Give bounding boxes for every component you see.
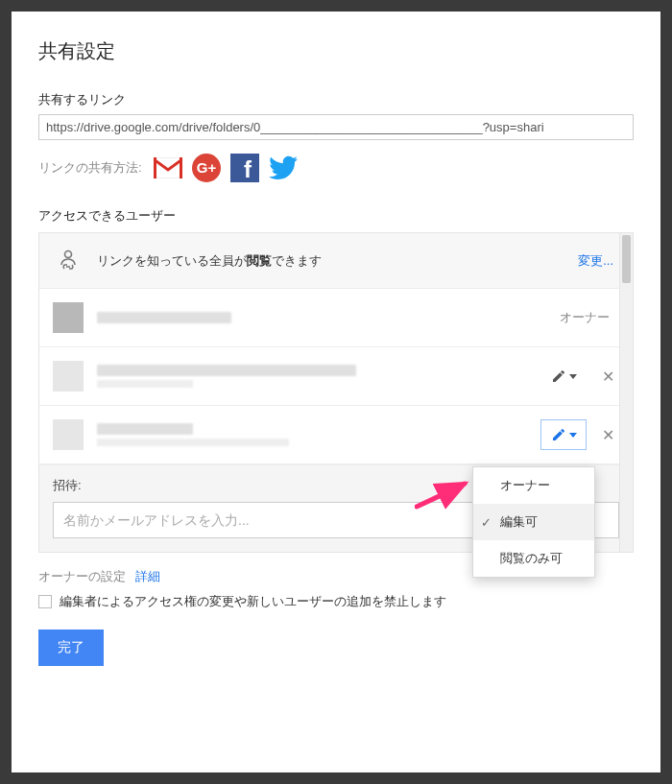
share-link-label: 共有するリンク xyxy=(38,91,634,108)
user-row-owner: オーナー xyxy=(39,289,633,347)
share-link-input[interactable] xyxy=(38,114,634,140)
check-icon: ✓ xyxy=(481,515,492,530)
user-info xyxy=(97,312,560,323)
user-email-redacted xyxy=(97,439,289,446)
dropdown-option-edit-label: 編集可 xyxy=(500,514,538,529)
remove-user-button[interactable]: ✕ xyxy=(596,365,619,388)
user-row-editor-2: ✕ xyxy=(39,406,633,464)
link-access-prefix: リンクを知っている全員が xyxy=(97,253,247,268)
permission-dropdown-button[interactable] xyxy=(540,361,587,392)
svg-rect-0 xyxy=(154,157,182,178)
user-row-editor-1: ✕ xyxy=(39,347,633,406)
share-method-label: リンクの共有方法: xyxy=(38,159,142,177)
pencil-icon xyxy=(551,427,566,442)
change-link-access-button[interactable]: 変更... xyxy=(578,252,613,270)
user-info xyxy=(97,365,540,388)
link-sharing-icon xyxy=(53,249,84,273)
dropdown-option-view[interactable]: 閲覧のみ可 xyxy=(473,540,594,577)
gmail-icon[interactable] xyxy=(154,154,182,182)
permission-dropdown-menu: オーナー ✓ 編集可 閲覧のみ可 xyxy=(472,466,595,578)
svg-text:f: f xyxy=(244,156,252,182)
scrollbar-track[interactable] xyxy=(619,233,633,552)
svg-rect-1 xyxy=(154,157,156,178)
svg-point-7 xyxy=(65,250,72,257)
owner-settings-more-link[interactable]: 詳細 xyxy=(135,569,160,583)
dialog-title: 共有設定 xyxy=(38,38,634,64)
link-access-bold: 閲覧 xyxy=(247,253,272,268)
link-access-text: リンクを知っている全員が閲覧できます xyxy=(97,252,578,270)
twitter-icon[interactable] xyxy=(269,154,298,182)
access-section: アクセスできるユーザー リンクを知っている全員が閲覧できます 変更... オーナ… xyxy=(38,207,634,553)
user-email-redacted xyxy=(97,380,193,388)
restrict-editors-checkbox[interactable] xyxy=(38,595,52,608)
restrict-editors-label: 編集者によるアクセス権の変更や新しいユーザーの追加を禁止します xyxy=(60,593,446,610)
user-info xyxy=(97,423,540,446)
chevron-down-icon xyxy=(569,374,577,379)
share-icons-row: G+ f xyxy=(154,154,298,182)
link-access-suffix: できます xyxy=(272,253,322,268)
chevron-down-icon xyxy=(569,433,577,438)
pencil-icon xyxy=(551,368,566,384)
user-name-redacted xyxy=(97,365,356,376)
remove-user-button[interactable]: ✕ xyxy=(596,423,619,446)
dropdown-option-edit[interactable]: ✓ 編集可 xyxy=(473,504,594,540)
dropdown-option-owner[interactable]: オーナー xyxy=(473,467,594,504)
link-access-row: リンクを知っている全員が閲覧できます 変更... xyxy=(39,233,633,289)
google-plus-icon[interactable]: G+ xyxy=(192,154,221,182)
restrict-editors-row: 編集者によるアクセス権の変更や新しいユーザーの追加を禁止します xyxy=(38,593,634,610)
access-container: リンクを知っている全員が閲覧できます 変更... オーナー xyxy=(38,232,634,553)
scrollbar-thumb[interactable] xyxy=(622,235,631,283)
user-name-redacted xyxy=(97,312,231,323)
facebook-icon[interactable]: f xyxy=(230,154,259,182)
done-button[interactable]: 完了 xyxy=(38,630,104,666)
user-name-redacted xyxy=(97,423,193,435)
share-settings-dialog: 共有設定 共有するリンク リンクの共有方法: G+ f アクセスできるユーザー xyxy=(12,12,660,772)
owner-role-label: オーナー xyxy=(560,309,610,326)
owner-settings-label: オーナーの設定 xyxy=(38,569,126,583)
access-label: アクセスできるユーザー xyxy=(38,207,634,225)
user-avatar xyxy=(53,361,84,392)
share-method-row: リンクの共有方法: G+ f xyxy=(38,154,634,182)
user-avatar xyxy=(53,419,84,450)
svg-text:G+: G+ xyxy=(196,159,216,176)
permission-dropdown-button-active[interactable] xyxy=(540,419,587,450)
user-avatar xyxy=(53,302,84,333)
svg-rect-2 xyxy=(180,157,182,178)
